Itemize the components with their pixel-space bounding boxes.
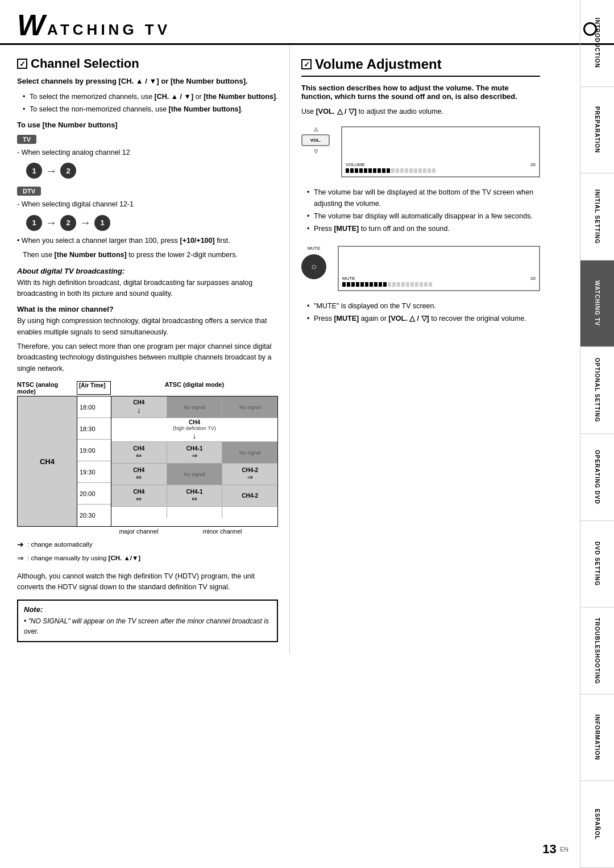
sidebar-tab-operating-dvd[interactable]: OPERATING DVD xyxy=(580,434,614,521)
atsc-col: CH4 ↓ No signal No signal CH4 xyxy=(111,396,277,526)
mute-seg-17 xyxy=(415,282,418,287)
about-digital-heading: About digital TV broadcasting: xyxy=(17,267,278,275)
mute-seg-10 xyxy=(383,282,387,287)
channel-type-labels: major channel minor channel xyxy=(17,528,278,535)
legend: ➜ : change automatically ⇒ : change manu… xyxy=(17,538,278,565)
mute-diagram: MUTE ○ MUTE 20 xyxy=(301,246,540,291)
sidebar-tab-information[interactable]: INFORMATION xyxy=(580,695,614,782)
major-channel-label: major channel xyxy=(111,528,167,535)
digital-arrow-1: → xyxy=(45,216,57,229)
sidebar-tab-introduction[interactable]: INTRODUCTION xyxy=(580,0,614,87)
atsc-cell-2-1: CH4 (high definition TV) ↓ xyxy=(111,418,277,441)
atsc-cell-1-1: CH4 ↓ xyxy=(111,396,167,418)
volume-bullet-list: The volume bar will be displayed at the … xyxy=(301,187,540,234)
volume-section-title: Volume Adjustment xyxy=(301,56,540,72)
vol-bullet-3: Press [MUTE] to turn off and on the soun… xyxy=(307,223,540,234)
atsc-cell-6-2 xyxy=(167,507,223,518)
digital-arrow-2: → xyxy=(80,216,91,229)
vol-remote-box: VOL. xyxy=(301,134,330,146)
mute-seg-15 xyxy=(406,282,409,287)
volume-text-label: VOLUME xyxy=(346,162,365,167)
mute-seg-3 xyxy=(351,282,355,287)
sidebar-tab-dvd-setting[interactable]: DVD SETTING xyxy=(580,521,614,608)
mute-control: MUTE ○ xyxy=(301,246,326,279)
analog-arrow-1: → xyxy=(45,164,57,177)
vol-seg-13 xyxy=(400,168,404,173)
hdtv-text: Although, you cannot watch the high defi… xyxy=(17,571,278,593)
mute-seg-6 xyxy=(365,282,368,287)
atsc-row-3: CH4 ⇔ CH4-1 ⇒ No signal xyxy=(111,442,277,464)
mute-bar-track xyxy=(342,282,536,287)
header-w-letter: W xyxy=(17,10,45,40)
minor-channel-text2: Therefore, you can select more than one … xyxy=(17,341,278,374)
vol-seg-3 xyxy=(355,168,358,173)
volume-subtitle: This section describes how to adjust the… xyxy=(301,84,540,101)
vol-seg-19 xyxy=(428,168,431,173)
mute-seg-8 xyxy=(374,282,377,287)
mute-seg-9 xyxy=(379,282,382,287)
vol-bullet-2: The volume bar display will automaticall… xyxy=(307,210,540,222)
vol-seg-2 xyxy=(350,168,354,173)
channel-checkbox-icon xyxy=(17,59,27,69)
page-en-label: EN xyxy=(560,846,569,853)
digital-btn-2: 2 xyxy=(60,215,76,231)
analog-channel-row: 1 → 2 xyxy=(26,163,278,179)
digital-channel-row: 1 → 2 → 1 xyxy=(26,215,278,231)
mute-seg-14 xyxy=(401,282,405,287)
larger-channel-text1: • When you select a channel larger than … xyxy=(17,235,278,246)
atsc-row-2: CH4 (high definition TV) ↓ xyxy=(111,418,277,442)
airtime-label: [Air Time] xyxy=(77,381,111,395)
sidebar-tab-initial-setting[interactable]: INITIAL SETTING xyxy=(580,173,614,261)
dtv-badge: DTV xyxy=(17,187,41,196)
vol-seg-18 xyxy=(423,168,426,173)
channel-section-title: Channel Selection xyxy=(17,56,278,71)
vol-seg-16 xyxy=(414,168,417,173)
volume-title-text: Volume Adjustment xyxy=(315,56,442,72)
minor-channel-heading: What is the minor channel? xyxy=(17,305,278,313)
vol-seg-4 xyxy=(359,168,363,173)
sidebar-tab-espanol[interactable]: ESPAÑOL xyxy=(580,781,614,868)
legend-row-2: ⇒ : change manually by using [CH. ▲/▼] xyxy=(17,552,278,565)
ntsc-channel: CH4 xyxy=(40,457,55,466)
vol-bar-header: VOLUME 20 xyxy=(346,162,536,167)
atsc-cell-1-2: No signal xyxy=(167,396,223,418)
time-2030: 20:30 xyxy=(77,505,111,526)
atsc-label: ATSC (digital mode) xyxy=(111,381,278,395)
vol-seg-9 xyxy=(382,168,385,173)
mute-bullet-list: "MUTE" is displayed on the TV screen. Pr… xyxy=(301,300,540,324)
vol-seg-1 xyxy=(346,168,349,173)
channel-subtitle: Select channels by pressing [CH. ▲ / ▼] … xyxy=(17,77,278,85)
page-footer: 13 EN xyxy=(542,842,569,857)
mute-bullet-1: "MUTE" is displayed on the TV screen. xyxy=(307,300,540,312)
vol-seg-8 xyxy=(377,168,381,173)
sidebar-tab-optional-setting[interactable]: OPTIONAL SETTING xyxy=(580,347,614,434)
vol-down-label: ▽ xyxy=(314,148,318,154)
mute-seg-16 xyxy=(410,282,414,287)
left-column: Channel Selection Select channels by pre… xyxy=(0,45,290,654)
mute-seg-1 xyxy=(342,282,346,287)
vol-seg-15 xyxy=(409,168,413,173)
vol-screen: VOLUME 20 xyxy=(341,126,540,177)
vol-remote-label: VOL. xyxy=(307,138,324,143)
mute-seg-20 xyxy=(429,282,432,287)
atsc-cell-3-2: CH4-1 ⇒ xyxy=(167,442,223,463)
header-title: ATCHING TV xyxy=(47,21,171,39)
larger-channel-text2: Then use [the Number buttons] to press t… xyxy=(17,250,278,261)
sidebar-tab-preparation[interactable]: PREPARATION xyxy=(580,87,614,174)
digital-btn-3: 1 xyxy=(94,215,110,231)
atsc-row-1: CH4 ↓ No signal No signal xyxy=(111,396,277,418)
ntsc-col: CH4 xyxy=(18,396,77,526)
channel-title-text: Channel Selection xyxy=(31,56,139,71)
sidebar-tab-watching-tv[interactable]: WATCHING TV xyxy=(580,261,614,348)
mute-seg-2 xyxy=(347,282,350,287)
minor-channel-text1: By using high compression technology, di… xyxy=(17,316,278,338)
mute-seg-19 xyxy=(424,282,428,287)
page-number: 13 xyxy=(542,842,556,857)
volume-checkbox-icon xyxy=(301,59,312,69)
sidebar-tab-troubleshooting[interactable]: TROUBLESHOOTING xyxy=(580,607,614,695)
channel-diagram: NTSC (analog mode) [Air Time] ATSC (digi… xyxy=(17,381,278,535)
mute-bullet-2: Press [MUTE] again or [VOL. △ / ▽] to re… xyxy=(307,313,540,324)
vol-seg-20 xyxy=(432,168,435,173)
atsc-cell-4-3: CH4-2 ⇒ xyxy=(222,464,277,485)
mute-bar-area: MUTE 20 xyxy=(342,276,536,287)
